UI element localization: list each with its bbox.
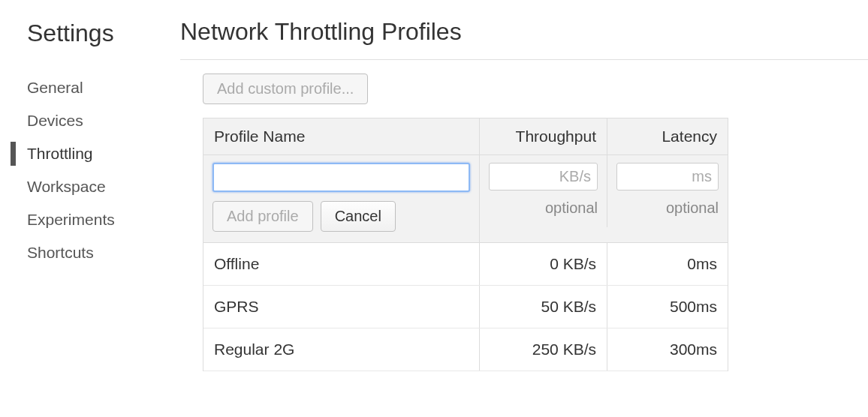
sidebar-item-shortcuts[interactable]: Shortcuts [0,236,180,269]
latency-optional-label: optional [616,200,719,217]
profile-latency-cell: 0ms [607,243,728,285]
settings-sidebar: Settings General Devices Throttling Work… [0,0,180,417]
settings-title: Settings [0,14,180,62]
sidebar-item-experiments[interactable]: Experiments [0,203,180,236]
profile-throughput-cell: 250 KB/s [480,328,607,370]
header-latency: Latency [607,118,728,154]
profile-name-cell: Offline [203,243,480,285]
table-row[interactable]: GPRS 50 KB/s 500ms [203,286,728,328]
throughput-optional-label: optional [489,200,598,217]
header-throughput: Throughput [480,118,607,154]
throughput-input[interactable] [489,163,598,190]
profile-throughput-cell: 50 KB/s [480,286,607,328]
sidebar-item-general[interactable]: General [0,71,180,104]
profile-latency-cell: 300ms [607,328,728,370]
profiles-table: Profile Name Throughput Latency Add prof… [203,118,728,371]
table-row[interactable]: Offline 0 KB/s 0ms [203,243,728,286]
table-header-row: Profile Name Throughput Latency [203,118,728,155]
latency-input[interactable] [616,163,719,190]
profile-latency-cell: 500ms [607,286,728,328]
header-profile-name: Profile Name [203,118,480,154]
main-content: Network Throttling Profiles Add custom p… [180,0,868,417]
title-divider [180,59,868,60]
sidebar-item-devices[interactable]: Devices [0,104,180,137]
edit-profile-row: Add profile Cancel optional optional [203,155,728,243]
add-profile-button[interactable]: Add profile [212,201,313,232]
profile-throughput-cell: 0 KB/s [480,243,607,285]
cancel-button[interactable]: Cancel [321,201,396,232]
page-title: Network Throttling Profiles [180,14,868,59]
sidebar-item-workspace[interactable]: Workspace [0,170,180,203]
profile-name-cell: Regular 2G [203,328,480,370]
sidebar-item-throttling[interactable]: Throttling [0,137,180,170]
profile-name-input[interactable] [212,163,470,192]
add-custom-profile-button[interactable]: Add custom profile... [203,74,368,104]
profile-name-cell: GPRS [203,286,480,328]
table-row[interactable]: Regular 2G 250 KB/s 300ms [203,328,728,371]
